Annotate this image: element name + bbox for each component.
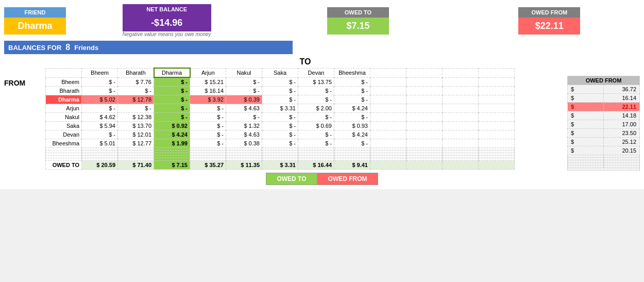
table-cell — [406, 95, 443, 104]
col-header-3: Arjun — [190, 68, 226, 77]
owed-to-cell: $ 3.31 — [262, 161, 298, 170]
table-cell: $ - — [334, 95, 370, 104]
owed-from-value: 20.15 — [604, 146, 640, 155]
table-cell: $ - — [334, 77, 370, 87]
from-label-container: FROM — [4, 68, 45, 87]
owed-to-label: OWED TO — [327, 7, 389, 18]
table-cell — [443, 77, 479, 87]
table-cell: $ - — [82, 104, 118, 113]
owed-to-cell: $ 9.41 — [334, 161, 370, 170]
table-cell: $ 12.78 — [118, 95, 154, 104]
table-cell: $ 5.02 — [82, 95, 118, 104]
table-cell: $ - — [262, 87, 298, 95]
row-header-devan: Devan — [46, 130, 82, 139]
table-cell — [479, 104, 515, 113]
col-header-0: Bheem — [82, 68, 118, 77]
table-cell — [479, 130, 515, 139]
table-cell — [479, 139, 515, 148]
from-label: FROM — [4, 79, 45, 87]
table-cell — [370, 77, 406, 87]
table-cell — [479, 95, 515, 104]
owed-from-row: $23.50 — [568, 129, 640, 138]
table-cell — [443, 87, 479, 95]
table-cell — [406, 130, 443, 139]
table-cell: $ 16.14 — [190, 87, 226, 95]
col-header-10 — [443, 68, 479, 77]
friend-value: Dharma — [4, 18, 66, 35]
table-cell: $ 4.62 — [82, 113, 118, 122]
table-row: Arjun$ -$ -$ -$ -$ 4.63$ 3.31$ 2.00$ 4.2… — [46, 104, 515, 113]
owed-from-value: 36.72 — [604, 85, 640, 94]
table-cell: $ 4.24 — [154, 130, 190, 139]
corner-cell — [46, 68, 82, 77]
table-cell — [479, 77, 515, 87]
table-cell: $ 4.24 — [334, 104, 370, 113]
owed-from-row: $22.11 — [568, 103, 640, 111]
table-cell: $ - — [298, 95, 334, 104]
table-cell: $ - — [154, 113, 190, 122]
table-cell: $ 0.69 — [298, 122, 334, 130]
table-cell: $ 5.94 — [82, 122, 118, 130]
table-cell: $ 0.93 — [334, 122, 370, 130]
table-cell: $ - — [262, 77, 298, 87]
table-cell: $ - — [190, 122, 226, 130]
table-cell — [370, 122, 406, 130]
table-cell — [406, 113, 443, 122]
col-header-9 — [406, 68, 443, 77]
table-cell: $ 0.38 — [226, 139, 262, 148]
table-cell: $ - — [334, 113, 370, 122]
table-cell: $ - — [154, 95, 190, 104]
header-row: FRIEND Dharma NET BALANCE -$14.96 Negati… — [4, 4, 640, 38]
table-cell: $ - — [118, 87, 154, 95]
owed-to-cell — [479, 161, 515, 170]
owed-to-value: $7.15 — [327, 18, 389, 35]
net-balance-card: NET BALANCE -$14.96 Negative value means… — [123, 4, 211, 37]
table-wrapper: FROM BheemBharathDharmaArjunNakulSakaDev… — [4, 68, 565, 170]
table-cell: $ - — [298, 113, 334, 122]
owed-from-row: $20.15 — [568, 146, 640, 155]
table-cell: $ 2.00 — [298, 104, 334, 113]
table-cell: $ 0.92 — [154, 122, 190, 130]
net-label: NET BALANCE — [123, 4, 211, 14]
net-value: -$14.96 — [123, 14, 211, 31]
table-cell: $ - — [82, 87, 118, 95]
col-header-6: Devan — [298, 68, 334, 77]
table-cell: $ 3.92 — [190, 95, 226, 104]
owed-to-cell — [443, 161, 479, 170]
col-header-11 — [479, 68, 515, 77]
owed-from-dollar: $ — [568, 111, 604, 120]
owed-from-value: 25.12 — [604, 138, 640, 146]
table-cell: $ 4.63 — [226, 104, 262, 113]
table-cell — [370, 130, 406, 139]
owed-from-header: OWED FROM — [568, 76, 640, 85]
table-cell: $ 12.77 — [118, 139, 154, 148]
table-cell: $ - — [226, 77, 262, 87]
friend-label: FRIEND — [4, 7, 66, 18]
table-cell: $ - — [226, 87, 262, 95]
owed-to-cell: $ 11.35 — [226, 161, 262, 170]
table-row: Bheeshma$ 5.01$ 12.77$ 1.99$ -$ 0.38$ -$… — [46, 139, 515, 148]
balances-label: BALANCES FOR — [8, 44, 61, 52]
legend-owed-from: OWED FROM — [317, 173, 378, 185]
table-cell: $ 4.24 — [334, 130, 370, 139]
table-cell: $ - — [298, 130, 334, 139]
col-header-7: Bheeshma — [334, 68, 370, 77]
balance-table: BheemBharathDharmaArjunNakulSakaDevanBhe… — [45, 68, 515, 170]
table-row: Saka$ 5.94$ 13.70$ 0.92$ -$ 1.32$ -$ 0.6… — [46, 122, 515, 130]
content-area: TO FROM BheemBharathDharmaArjunNakulSaka… — [4, 57, 640, 171]
net-subtitle: Negative value means you owe money — [123, 31, 211, 37]
table-cell — [370, 139, 406, 148]
owed-from-dollar: $ — [568, 103, 604, 111]
owed-from-dollar: $ — [568, 94, 604, 103]
owed-from-dollar: $ — [568, 85, 604, 94]
table-cell: $ 12.01 — [118, 130, 154, 139]
row-header-arjun: Arjun — [46, 104, 82, 113]
table-cell — [479, 122, 515, 130]
owed-from-value: 14.18 — [604, 111, 640, 120]
col-header-4: Nakul — [226, 68, 262, 77]
grid-area: TO FROM BheemBharathDharmaArjunNakulSaka… — [4, 57, 565, 171]
row-header-bharath: Bharath — [46, 87, 82, 95]
balances-count: 8 — [65, 43, 70, 52]
table-cell: $ - — [226, 113, 262, 122]
table-row: Nakul$ 4.62$ 12.38$ -$ -$ -$ -$ -$ - — [46, 113, 515, 122]
